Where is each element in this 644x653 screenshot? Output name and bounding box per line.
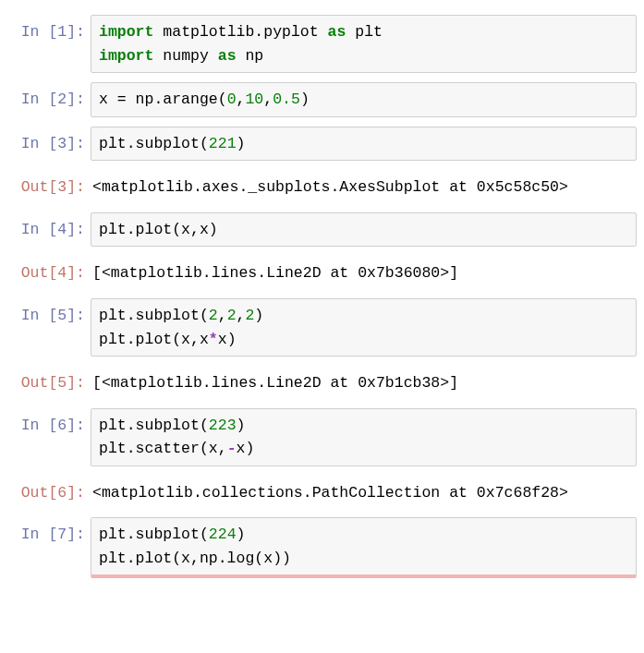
notebook: In [1]: import matplotlib.pyplot as plt … [0,0,644,586]
code-input-1[interactable]: import matplotlib.pyplot as plt import n… [91,15,637,73]
prompt-out-5: Out[5]: [7,366,91,395]
cell-in-3: In [3]: plt.subplot(221) [7,127,637,162]
cell-in-2: In [2]: x = np.arange(0,10,0.5) [7,82,637,117]
cell-out-3: Out[3]: <matplotlib.axes._subplots.AxesS… [7,170,637,203]
cell-out-4: Out[4]: [<matplotlib.lines.Line2D at 0x7… [7,256,637,289]
cell-out-6: Out[6]: <matplotlib.collections.PathColl… [7,476,637,509]
output-5: [<matplotlib.lines.Line2D at 0x7b1cb38>] [91,366,637,399]
code-line: import matplotlib.pyplot as plt [99,20,628,44]
prompt-in-6: In [6]: [7,408,91,438]
prompt-in-1: In [1]: [7,15,91,44]
prompt-in-7: In [7]: [7,517,91,547]
output-3: <matplotlib.axes._subplots.AxesSubplot a… [91,170,637,203]
code-line: plt.plot(x,np.log(x)) [99,547,628,571]
prompt-in-2: In [2]: [7,82,91,112]
output-6: <matplotlib.collections.PathCollection a… [91,476,637,509]
code-line: plt.subplot(2,2,2) [99,304,628,328]
prompt-out-3: Out[3]: [7,170,91,200]
code-input-6[interactable]: plt.subplot(223) plt.scatter(x,-x) [91,408,637,466]
code-line: plt.scatter(x,-x) [99,437,628,461]
code-input-7[interactable]: plt.subplot(224) plt.plot(x,np.log(x)) [91,517,637,578]
code-input-5[interactable]: plt.subplot(2,2,2) plt.plot(x,x*x) [91,298,637,357]
code-input-3[interactable]: plt.subplot(221) [91,127,637,162]
code-line: plt.subplot(221) [99,132,628,156]
cell-in-1: In [1]: import matplotlib.pyplot as plt … [7,15,637,73]
code-line: plt.subplot(224) [99,523,628,547]
cell-in-6: In [6]: plt.subplot(223) plt.scatter(x,-… [7,408,637,466]
prompt-out-4: Out[4]: [7,256,91,285]
code-line: plt.plot(x,x) [99,218,628,242]
code-line: plt.subplot(223) [99,414,628,438]
output-4: [<matplotlib.lines.Line2D at 0x7b36080>] [91,256,637,289]
code-line: x = np.arange(0,10,0.5) [99,88,628,112]
cell-in-5: In [5]: plt.subplot(2,2,2) plt.plot(x,x*… [7,298,637,357]
prompt-in-3: In [3]: [7,127,91,156]
prompt-out-6: Out[6]: [7,476,91,505]
cell-in-7: In [7]: plt.subplot(224) plt.plot(x,np.l… [7,517,637,578]
code-line: import numpy as np [99,44,628,68]
code-input-2[interactable]: x = np.arange(0,10,0.5) [91,82,637,117]
cell-out-5: Out[5]: [<matplotlib.lines.Line2D at 0x7… [7,366,637,399]
code-line: plt.plot(x,x*x) [99,328,628,352]
cell-in-4: In [4]: plt.plot(x,x) [7,212,637,248]
prompt-in-5: In [5]: [7,298,91,328]
code-input-4[interactable]: plt.plot(x,x) [91,212,637,248]
prompt-in-4: In [4]: [7,212,91,242]
